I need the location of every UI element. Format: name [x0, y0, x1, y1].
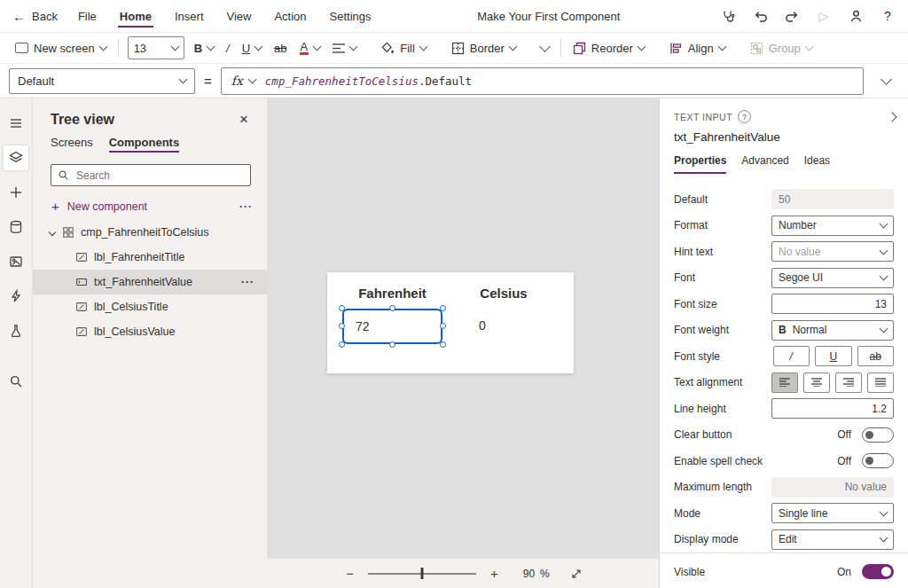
- selection-handle[interactable]: [339, 305, 345, 311]
- component-card[interactable]: Fahrenheit 72 Celsius 0: [327, 272, 574, 373]
- help-icon[interactable]: ?: [738, 110, 751, 123]
- chevron-right-icon[interactable]: [887, 112, 896, 122]
- celsius-title-label[interactable]: Celsius: [466, 286, 542, 301]
- font-color-button[interactable]: A: [294, 35, 327, 60]
- selection-handle[interactable]: [440, 323, 446, 329]
- tree-item-lbl-fahrenheit-title[interactable]: lbl_FahrenheitTitle: [33, 245, 267, 270]
- fahrenheit-text-input[interactable]: 72: [342, 309, 442, 344]
- strikethrough-button[interactable]: ab: [268, 35, 293, 60]
- tab-components[interactable]: Components: [109, 136, 179, 153]
- power-automate-icon[interactable]: [4, 284, 28, 309]
- back-button[interactable]: ← Back: [4, 0, 67, 32]
- fahrenheit-title-label[interactable]: Fahrenheit: [342, 286, 442, 301]
- font-size-input[interactable]: 13: [771, 294, 894, 314]
- font-weight-select[interactable]: B Normal: [771, 320, 894, 341]
- bold-button[interactable]: B: [188, 35, 220, 60]
- fahrenheit-input-selection[interactable]: 72: [342, 309, 442, 344]
- new-screen-button[interactable]: New screen: [9, 35, 113, 60]
- menu-settings[interactable]: Settings: [318, 0, 383, 32]
- hint-text-select[interactable]: No value: [771, 241, 894, 262]
- tree-item-lbl-celsius-title[interactable]: lbl_CelsiusTitle: [33, 294, 267, 319]
- tab-properties[interactable]: Properties: [674, 154, 726, 174]
- text-align-button[interactable]: [326, 35, 363, 60]
- font-size-select[interactable]: 13: [128, 36, 184, 59]
- line-height-input[interactable]: 1.2: [771, 398, 894, 419]
- underline-button[interactable]: U: [236, 35, 268, 60]
- max-length-input[interactable]: No value: [771, 477, 894, 498]
- align-label: Align: [688, 42, 714, 55]
- fx-selector[interactable]: fx: [222, 74, 265, 88]
- align-right-button[interactable]: [835, 372, 862, 393]
- font-select[interactable]: Segoe UI: [771, 268, 894, 288]
- align-right-icon: [843, 378, 854, 387]
- tests-icon[interactable]: [4, 318, 28, 343]
- zoom-slider-handle[interactable]: [420, 568, 423, 579]
- search-icon[interactable]: [4, 369, 28, 394]
- ellipsis-icon[interactable]: ···: [239, 200, 253, 213]
- user-account-icon[interactable]: [842, 3, 869, 29]
- selection-handle[interactable]: [389, 305, 395, 311]
- help-icon[interactable]: ?: [874, 3, 901, 29]
- more-formatting-button[interactable]: [535, 35, 555, 60]
- redo-icon[interactable]: [779, 3, 805, 29]
- display-mode-select[interactable]: Edit: [771, 529, 894, 550]
- reorder-button[interactable]: Reorder: [567, 35, 651, 60]
- tree-item-txt-fahrenheit-value[interactable]: txt_FahrenheitValue ···: [33, 270, 267, 294]
- align-button[interactable]: Align: [663, 35, 732, 60]
- menu-insert[interactable]: Insert: [163, 0, 215, 32]
- property-row-format: Format Number: [660, 213, 908, 239]
- selection-handle[interactable]: [440, 305, 446, 311]
- zoom-out-button[interactable]: −: [343, 566, 356, 581]
- selection-handle[interactable]: [339, 323, 345, 329]
- italic-button[interactable]: /: [220, 35, 236, 60]
- zoom-in-button[interactable]: +: [488, 566, 501, 581]
- insert-icon[interactable]: [4, 180, 28, 205]
- underline-button[interactable]: U: [815, 346, 852, 366]
- align-center-button[interactable]: [803, 372, 830, 393]
- fullscreen-icon[interactable]: [570, 568, 583, 580]
- strikethrough-button[interactable]: ab: [857, 346, 895, 366]
- tab-screens[interactable]: Screens: [51, 136, 93, 153]
- celsius-value-label[interactable]: 0: [466, 309, 542, 333]
- clear-button-toggle[interactable]: [862, 427, 894, 443]
- formula-bar-expand-button[interactable]: [873, 78, 899, 83]
- selection-handle[interactable]: [389, 341, 395, 348]
- menu-file[interactable]: File: [67, 0, 108, 32]
- new-component-button[interactable]: + New component ···: [33, 195, 267, 220]
- app-checker-icon[interactable]: [715, 3, 741, 29]
- property-selector[interactable]: Default: [9, 68, 195, 94]
- selection-handle[interactable]: [440, 341, 446, 348]
- spell-check-toggle[interactable]: [862, 453, 894, 468]
- italic-button[interactable]: /: [773, 346, 810, 366]
- undo-icon[interactable]: [747, 3, 773, 29]
- border-button[interactable]: Border: [445, 35, 522, 60]
- tree-item-component-root[interactable]: cmp_FahrenheitToCelsius: [33, 220, 267, 245]
- align-justify-button[interactable]: [867, 372, 894, 393]
- format-select[interactable]: Number: [771, 216, 894, 236]
- menu-action[interactable]: Action: [262, 0, 317, 32]
- formula-input[interactable]: fx cmp_FahrenheitToCelsius.Default: [221, 67, 864, 95]
- tree-item-lbl-celsius-value[interactable]: lbl_CelsiusValue: [33, 319, 267, 344]
- media-icon[interactable]: [4, 249, 28, 274]
- tree-search-box[interactable]: [51, 164, 251, 186]
- menu-home[interactable]: Home: [108, 0, 163, 32]
- close-icon[interactable]: ×: [233, 110, 254, 129]
- hamburger-menu-icon[interactable]: [4, 111, 28, 136]
- visible-toggle[interactable]: [862, 564, 894, 579]
- align-left-button[interactable]: [771, 372, 798, 393]
- search-input[interactable]: [74, 169, 244, 183]
- mode-select[interactable]: Single line: [771, 503, 894, 523]
- property-selector-value: Default: [18, 74, 54, 88]
- fill-button[interactable]: Fill: [375, 35, 433, 60]
- chevron-expanded-icon[interactable]: [49, 229, 56, 236]
- tree-view-icon[interactable]: [4, 145, 28, 170]
- default-input[interactable]: 50: [771, 189, 894, 209]
- menu-view[interactable]: View: [215, 0, 263, 32]
- ellipsis-icon[interactable]: ···: [241, 276, 254, 288]
- tab-ideas[interactable]: Ideas: [804, 154, 830, 174]
- zoom-slider[interactable]: [368, 567, 476, 580]
- data-icon[interactable]: [4, 215, 28, 239]
- selection-handle[interactable]: [339, 341, 345, 348]
- canvas[interactable]: Fahrenheit 72 Celsius 0: [267, 98, 659, 588]
- tab-advanced[interactable]: Advanced: [741, 154, 788, 174]
